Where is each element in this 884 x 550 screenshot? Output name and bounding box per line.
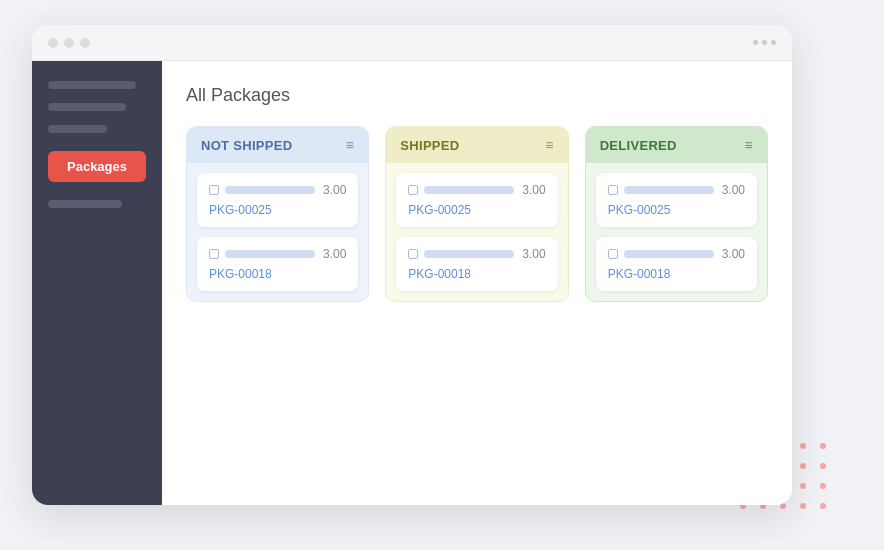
card-value: 3.00 <box>323 247 346 261</box>
card-link-pkg18-d[interactable]: PKG-00018 <box>608 267 745 281</box>
sidebar-line-2 <box>48 103 126 111</box>
column-not-shipped-header: NOT SHIPPED ≡ <box>187 127 368 163</box>
column-shipped: SHIPPED ≡ 3.00 <box>385 126 568 302</box>
column-delivered-header: DELIVERED ≡ <box>586 127 767 163</box>
delivered-menu-icon[interactable]: ≡ <box>745 137 753 153</box>
titlebar-dots-right <box>753 40 776 45</box>
card-checkbox[interactable] <box>408 249 418 259</box>
card-link-pkg18-s[interactable]: PKG-00018 <box>408 267 545 281</box>
card-bar <box>624 186 714 194</box>
card-value: 3.00 <box>323 183 346 197</box>
shipped-body: 3.00 PKG-00025 3.00 <box>386 163 567 301</box>
shipped-menu-icon[interactable]: ≡ <box>545 137 553 153</box>
card-top-row: 3.00 <box>408 183 545 197</box>
browser-window: Packages All Packages NOT SHIPPED ≡ <box>32 25 792 505</box>
package-card: 3.00 PKG-00025 <box>596 173 757 227</box>
card-top-row: 3.00 <box>608 183 745 197</box>
column-delivered-label: DELIVERED <box>600 138 677 153</box>
kanban-board: NOT SHIPPED ≡ 3.00 <box>186 126 768 302</box>
not-shipped-body: 3.00 PKG-00025 3.00 <box>187 163 368 301</box>
card-checkbox[interactable] <box>608 249 618 259</box>
sidebar-line-1 <box>48 81 136 89</box>
card-bar <box>424 250 514 258</box>
card-value: 3.00 <box>722 247 745 261</box>
card-link-pkg18-ns[interactable]: PKG-00018 <box>209 267 346 281</box>
card-link-pkg25-d[interactable]: PKG-00025 <box>608 203 745 217</box>
titlebar-dot-2 <box>64 38 74 48</box>
card-checkbox[interactable] <box>209 249 219 259</box>
package-card: 3.00 PKG-00025 <box>197 173 358 227</box>
sidebar-item-packages[interactable]: Packages <box>48 151 146 182</box>
card-bar-container <box>608 249 714 259</box>
card-value: 3.00 <box>722 183 745 197</box>
package-card: 3.00 PKG-00018 <box>396 237 557 291</box>
card-link-pkg25-ns[interactable]: PKG-00025 <box>209 203 346 217</box>
card-value: 3.00 <box>522 247 545 261</box>
card-top-row: 3.00 <box>209 183 346 197</box>
column-delivered: DELIVERED ≡ 3.00 <box>585 126 768 302</box>
column-shipped-header: SHIPPED ≡ <box>386 127 567 163</box>
card-bar-container <box>408 185 514 195</box>
titlebar-dot-r1 <box>753 40 758 45</box>
package-card: 3.00 PKG-00018 <box>596 237 757 291</box>
browser-titlebar <box>32 25 792 61</box>
main-content: All Packages NOT SHIPPED ≡ <box>162 61 792 505</box>
card-checkbox[interactable] <box>608 185 618 195</box>
card-bar <box>225 186 315 194</box>
not-shipped-menu-icon[interactable]: ≡ <box>346 137 354 153</box>
card-checkbox[interactable] <box>408 185 418 195</box>
titlebar-dot-r2 <box>762 40 767 45</box>
card-top-row: 3.00 <box>209 247 346 261</box>
card-link-pkg25-s[interactable]: PKG-00025 <box>408 203 545 217</box>
card-top-row: 3.00 <box>608 247 745 261</box>
card-value: 3.00 <box>522 183 545 197</box>
card-bar-container <box>209 249 315 259</box>
package-card: 3.00 PKG-00025 <box>396 173 557 227</box>
card-bar <box>624 250 714 258</box>
titlebar-dot-1 <box>48 38 58 48</box>
card-bar-container <box>608 185 714 195</box>
sidebar-line-4 <box>48 200 122 208</box>
column-not-shipped-label: NOT SHIPPED <box>201 138 292 153</box>
scene: Packages All Packages NOT SHIPPED ≡ <box>32 25 852 525</box>
page-title: All Packages <box>186 85 768 106</box>
titlebar-dot-r3 <box>771 40 776 45</box>
card-bar-container <box>209 185 315 195</box>
package-card: 3.00 PKG-00018 <box>197 237 358 291</box>
titlebar-dot-3 <box>80 38 90 48</box>
card-top-row: 3.00 <box>408 247 545 261</box>
column-shipped-label: SHIPPED <box>400 138 459 153</box>
card-bar-container <box>408 249 514 259</box>
browser-body: Packages All Packages NOT SHIPPED ≡ <box>32 61 792 505</box>
sidebar-line-3 <box>48 125 107 133</box>
sidebar: Packages <box>32 61 162 505</box>
card-checkbox[interactable] <box>209 185 219 195</box>
column-not-shipped: NOT SHIPPED ≡ 3.00 <box>186 126 369 302</box>
card-bar <box>424 186 514 194</box>
card-bar <box>225 250 315 258</box>
delivered-body: 3.00 PKG-00025 3.00 <box>586 163 767 301</box>
